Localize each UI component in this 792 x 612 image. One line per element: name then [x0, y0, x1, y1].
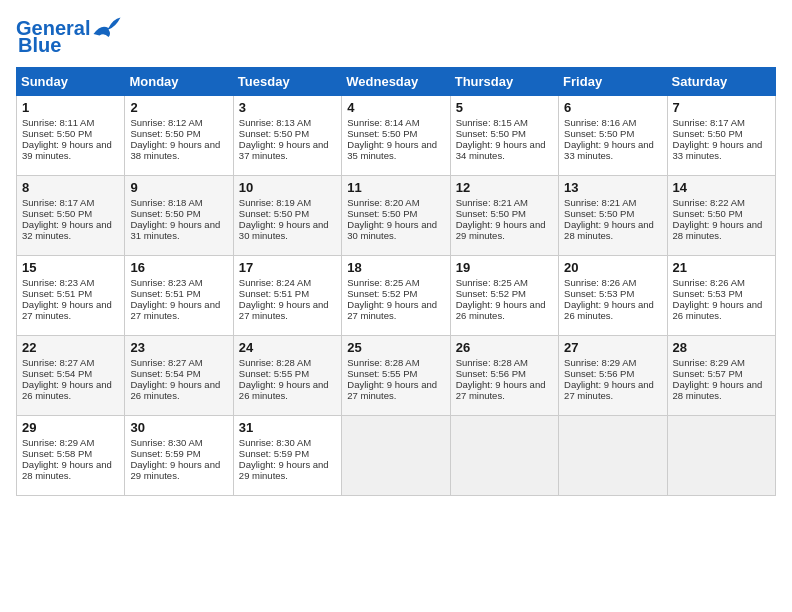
- calendar-header-row: SundayMondayTuesdayWednesdayThursdayFrid…: [17, 68, 776, 96]
- sunset-text: Sunset: 5:51 PM: [239, 288, 336, 299]
- calendar-cell: [342, 416, 450, 496]
- daylight-text: Daylight: 9 hours and 26 minutes.: [239, 379, 336, 401]
- calendar-cell: 12Sunrise: 8:21 AMSunset: 5:50 PMDayligh…: [450, 176, 558, 256]
- day-number: 31: [239, 420, 336, 435]
- day-number: 3: [239, 100, 336, 115]
- sunset-text: Sunset: 5:50 PM: [673, 128, 770, 139]
- daylight-text: Daylight: 9 hours and 39 minutes.: [22, 139, 119, 161]
- calendar-cell: 13Sunrise: 8:21 AMSunset: 5:50 PMDayligh…: [559, 176, 667, 256]
- sunset-text: Sunset: 5:50 PM: [22, 128, 119, 139]
- sunrise-text: Sunrise: 8:14 AM: [347, 117, 444, 128]
- sunset-text: Sunset: 5:50 PM: [564, 128, 661, 139]
- day-number: 17: [239, 260, 336, 275]
- calendar-cell: 10Sunrise: 8:19 AMSunset: 5:50 PMDayligh…: [233, 176, 341, 256]
- day-number: 7: [673, 100, 770, 115]
- sunset-text: Sunset: 5:52 PM: [347, 288, 444, 299]
- day-number: 22: [22, 340, 119, 355]
- day-number: 6: [564, 100, 661, 115]
- sunset-text: Sunset: 5:54 PM: [130, 368, 227, 379]
- day-number: 19: [456, 260, 553, 275]
- calendar-cell: 15Sunrise: 8:23 AMSunset: 5:51 PMDayligh…: [17, 256, 125, 336]
- calendar-cell: 4Sunrise: 8:14 AMSunset: 5:50 PMDaylight…: [342, 96, 450, 176]
- calendar-cell: 14Sunrise: 8:22 AMSunset: 5:50 PMDayligh…: [667, 176, 775, 256]
- day-number: 12: [456, 180, 553, 195]
- daylight-text: Daylight: 9 hours and 26 minutes.: [673, 299, 770, 321]
- daylight-text: Daylight: 9 hours and 29 minutes.: [130, 459, 227, 481]
- sunrise-text: Sunrise: 8:28 AM: [456, 357, 553, 368]
- sunset-text: Sunset: 5:51 PM: [22, 288, 119, 299]
- sunrise-text: Sunrise: 8:15 AM: [456, 117, 553, 128]
- calendar-cell: 19Sunrise: 8:25 AMSunset: 5:52 PMDayligh…: [450, 256, 558, 336]
- column-header-tuesday: Tuesday: [233, 68, 341, 96]
- sunrise-text: Sunrise: 8:23 AM: [130, 277, 227, 288]
- calendar-cell: 18Sunrise: 8:25 AMSunset: 5:52 PMDayligh…: [342, 256, 450, 336]
- sunset-text: Sunset: 5:50 PM: [239, 208, 336, 219]
- sunrise-text: Sunrise: 8:25 AM: [456, 277, 553, 288]
- daylight-text: Daylight: 9 hours and 35 minutes.: [347, 139, 444, 161]
- calendar-week-row: 1Sunrise: 8:11 AMSunset: 5:50 PMDaylight…: [17, 96, 776, 176]
- sunrise-text: Sunrise: 8:22 AM: [673, 197, 770, 208]
- daylight-text: Daylight: 9 hours and 34 minutes.: [456, 139, 553, 161]
- daylight-text: Daylight: 9 hours and 31 minutes.: [130, 219, 227, 241]
- sunset-text: Sunset: 5:54 PM: [22, 368, 119, 379]
- daylight-text: Daylight: 9 hours and 26 minutes.: [22, 379, 119, 401]
- sunset-text: Sunset: 5:52 PM: [456, 288, 553, 299]
- sunset-text: Sunset: 5:50 PM: [239, 128, 336, 139]
- sunset-text: Sunset: 5:50 PM: [564, 208, 661, 219]
- sunrise-text: Sunrise: 8:18 AM: [130, 197, 227, 208]
- day-number: 14: [673, 180, 770, 195]
- sunrise-text: Sunrise: 8:16 AM: [564, 117, 661, 128]
- daylight-text: Daylight: 9 hours and 27 minutes.: [130, 299, 227, 321]
- daylight-text: Daylight: 9 hours and 26 minutes.: [456, 299, 553, 321]
- sunrise-text: Sunrise: 8:29 AM: [673, 357, 770, 368]
- day-number: 4: [347, 100, 444, 115]
- sunrise-text: Sunrise: 8:26 AM: [673, 277, 770, 288]
- sunrise-text: Sunrise: 8:20 AM: [347, 197, 444, 208]
- day-number: 15: [22, 260, 119, 275]
- day-number: 26: [456, 340, 553, 355]
- calendar-cell: 22Sunrise: 8:27 AMSunset: 5:54 PMDayligh…: [17, 336, 125, 416]
- sunset-text: Sunset: 5:50 PM: [456, 208, 553, 219]
- daylight-text: Daylight: 9 hours and 26 minutes.: [564, 299, 661, 321]
- calendar-cell: 29Sunrise: 8:29 AMSunset: 5:58 PMDayligh…: [17, 416, 125, 496]
- calendar-cell: 25Sunrise: 8:28 AMSunset: 5:55 PMDayligh…: [342, 336, 450, 416]
- sunrise-text: Sunrise: 8:30 AM: [239, 437, 336, 448]
- sunrise-text: Sunrise: 8:19 AM: [239, 197, 336, 208]
- sunrise-text: Sunrise: 8:30 AM: [130, 437, 227, 448]
- sunset-text: Sunset: 5:57 PM: [673, 368, 770, 379]
- day-number: 8: [22, 180, 119, 195]
- calendar-cell: 27Sunrise: 8:29 AMSunset: 5:56 PMDayligh…: [559, 336, 667, 416]
- column-header-wednesday: Wednesday: [342, 68, 450, 96]
- day-number: 30: [130, 420, 227, 435]
- sunset-text: Sunset: 5:58 PM: [22, 448, 119, 459]
- calendar-cell: 5Sunrise: 8:15 AMSunset: 5:50 PMDaylight…: [450, 96, 558, 176]
- sunset-text: Sunset: 5:50 PM: [130, 128, 227, 139]
- day-number: 20: [564, 260, 661, 275]
- sunrise-text: Sunrise: 8:21 AM: [564, 197, 661, 208]
- daylight-text: Daylight: 9 hours and 26 minutes.: [130, 379, 227, 401]
- calendar-cell: 11Sunrise: 8:20 AMSunset: 5:50 PMDayligh…: [342, 176, 450, 256]
- day-number: 23: [130, 340, 227, 355]
- day-number: 25: [347, 340, 444, 355]
- day-number: 13: [564, 180, 661, 195]
- day-number: 28: [673, 340, 770, 355]
- daylight-text: Daylight: 9 hours and 28 minutes.: [673, 379, 770, 401]
- sunrise-text: Sunrise: 8:11 AM: [22, 117, 119, 128]
- day-number: 29: [22, 420, 119, 435]
- calendar-cell: [559, 416, 667, 496]
- calendar-cell: 31Sunrise: 8:30 AMSunset: 5:59 PMDayligh…: [233, 416, 341, 496]
- calendar-cell: 30Sunrise: 8:30 AMSunset: 5:59 PMDayligh…: [125, 416, 233, 496]
- sunset-text: Sunset: 5:50 PM: [347, 208, 444, 219]
- calendar-cell: 7Sunrise: 8:17 AMSunset: 5:50 PMDaylight…: [667, 96, 775, 176]
- daylight-text: Daylight: 9 hours and 38 minutes.: [130, 139, 227, 161]
- calendar-week-row: 29Sunrise: 8:29 AMSunset: 5:58 PMDayligh…: [17, 416, 776, 496]
- sunrise-text: Sunrise: 8:17 AM: [22, 197, 119, 208]
- day-number: 1: [22, 100, 119, 115]
- daylight-text: Daylight: 9 hours and 37 minutes.: [239, 139, 336, 161]
- sunset-text: Sunset: 5:55 PM: [347, 368, 444, 379]
- day-number: 11: [347, 180, 444, 195]
- daylight-text: Daylight: 9 hours and 28 minutes.: [673, 219, 770, 241]
- day-number: 27: [564, 340, 661, 355]
- day-number: 18: [347, 260, 444, 275]
- daylight-text: Daylight: 9 hours and 27 minutes.: [564, 379, 661, 401]
